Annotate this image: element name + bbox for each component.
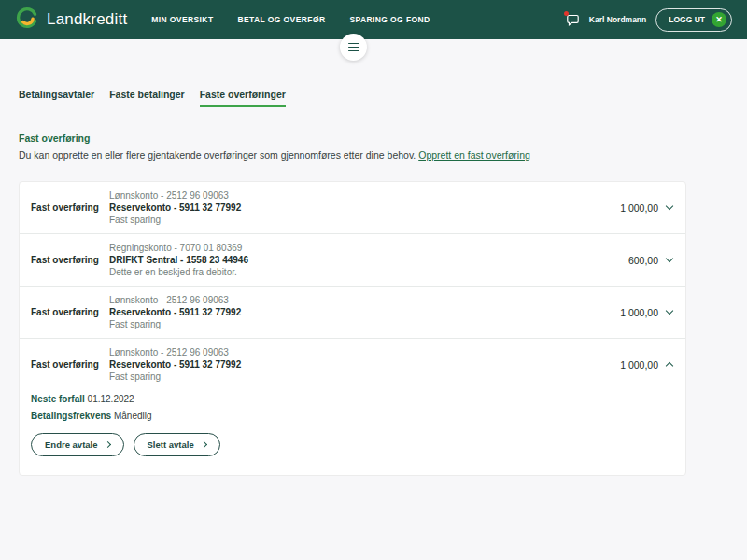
tab-betalingsavtaler[interactable]: Betalingsavtaler [19,89,94,107]
transfer-amount: 1 000,00 [620,203,658,214]
edit-agreement-button[interactable]: Endre avtale [31,433,124,456]
amount-wrap: 1 000,00 [620,203,672,214]
brand-name: Landkreditt [47,10,127,29]
next-due-line: Neste forfall 01.12.2022 [31,394,672,404]
from-account: Lønnskonto - 2512 96 09063 [109,189,620,202]
page: Landkreditt MIN OVERSIKT BETAL OG OVERFØ… [0,0,747,560]
logout-x-icon: ✕ [712,12,726,27]
amount-wrap: 1 000,00 [620,307,672,318]
chevron-toggle-icon[interactable] [666,307,673,315]
to-account: Reservekonto - 5911 32 77992 [109,306,620,318]
chevron-toggle-icon[interactable] [666,255,673,262]
next-due-label: Neste forfall [31,394,85,404]
section-title: Fast overføring [19,133,728,144]
expanded-details: Neste forfall 01.12.2022 Betalingsfrekve… [20,390,685,475]
notification-badge [564,11,569,16]
transfer-row-toggle[interactable]: Fast overføring Lønnskonto - 2512 96 090… [20,287,685,338]
main-content: Betalingsavtaler Faste betalinger Faste … [0,89,747,476]
tab-faste-overforinger[interactable]: Faste overføringer [200,89,286,107]
transfer-message: Dette er en beskjed fra debitor. [109,266,628,278]
main-nav: MIN OVERSIKT BETAL OG OVERFØR SPARING OG… [151,15,430,24]
transfer-message: Fast sparing [109,214,620,226]
chevron-toggle-icon[interactable] [666,203,673,210]
user-name[interactable]: Karl Nordmann [589,15,646,24]
from-account: Lønnskonto - 2512 96 09063 [109,294,620,306]
logout-button[interactable]: LOGG UT ✕ [655,8,732,32]
transfer-type-label: Fast overføring [31,359,100,370]
amount-wrap: 600,00 [628,255,672,266]
transfer-message: Fast sparing [109,318,620,330]
nav-item-betal-og-overfor[interactable]: BETAL OG OVERFØR [238,15,326,24]
to-account: Reservekonto - 5911 32 77992 [109,202,620,214]
app-header: Landkreditt MIN OVERSIKT BETAL OG OVERFØ… [0,0,747,39]
row-actions: Endre avtale Slett avtale [31,433,672,456]
hamburger-icon [348,43,359,45]
transfer-amount: 600,00 [628,255,658,266]
transfer-details: Lønnskonto - 2512 96 09063 Reservekonto … [109,294,620,330]
transfer-details: Lønnskonto - 2512 96 09063 Reservekonto … [109,346,620,383]
to-account: DRIFKT Sentral - 1558 23 44946 [109,254,628,266]
tab-faste-betalinger[interactable]: Faste betalinger [109,89,185,107]
frequency-line: Betalingsfrekvens Månedlig [31,411,672,421]
tab-bar: Betalingsavtaler Faste betalinger Faste … [19,89,728,107]
transfer-row-toggle[interactable]: Fast overføring Regningskonto - 7070 01 … [20,234,685,286]
header-right: Karl Nordmann LOGG UT ✕ [566,8,732,32]
from-account: Regningskonto - 7070 01 80369 [109,242,628,254]
description-text: Du kan opprette en eller flere gjentaken… [19,149,416,161]
logout-label: LOGG UT [669,15,705,24]
next-due-value: 01.12.2022 [88,394,134,404]
create-transfer-link[interactable]: Opprett en fast overføring [418,149,530,161]
transfer-row-toggle[interactable]: Fast overføring Lønnskonto - 2512 96 090… [20,339,685,390]
from-account: Lønnskonto - 2512 96 09063 [109,346,620,358]
notification-icon[interactable] [566,13,580,27]
transfer-message: Fast sparing [109,371,620,383]
delete-agreement-button[interactable]: Slett avtale [134,433,220,456]
landkreditt-logo-icon [15,6,39,34]
chevron-right-icon [104,441,110,448]
transfer-details: Lønnskonto - 2512 96 09063 Reservekonto … [109,189,620,226]
transfer-type-label: Fast overføring [31,255,100,265]
frequency-value: Månedlig [114,411,152,421]
menu-toggle-button[interactable] [340,34,367,61]
transfer-row: Fast overføring Lønnskonto - 2512 96 090… [20,287,685,339]
transfer-amount: 1 000,00 [620,307,658,318]
transfer-list: Fast overføring Lønnskonto - 2512 96 090… [19,181,686,476]
nav-item-min-oversikt[interactable]: MIN OVERSIKT [151,15,213,24]
transfer-row: Fast overføring Regningskonto - 7070 01 … [20,234,685,287]
transfer-details: Regningskonto - 7070 01 80369 DRIFKT Sen… [109,242,628,278]
transfer-row: Fast overføring Lønnskonto - 2512 96 090… [20,182,685,234]
brand[interactable]: Landkreditt [15,6,127,34]
amount-wrap: 1 000,00 [620,359,672,371]
to-account: Reservekonto - 5911 32 77992 [109,358,620,371]
transfer-type-label: Fast overføring [31,307,100,317]
chevron-toggle-icon[interactable] [666,362,673,370]
frequency-label: Betalingsfrekvens [31,411,111,421]
chevron-right-icon [201,441,207,448]
section-description: Du kan opprette en eller flere gjentaken… [19,149,728,161]
transfer-type-label: Fast overføring [31,203,100,213]
transfer-row-toggle[interactable]: Fast overføring Lønnskonto - 2512 96 090… [20,182,685,233]
transfer-amount: 1 000,00 [620,359,658,371]
nav-item-sparing-og-fond[interactable]: SPARING OG FOND [349,15,430,24]
transfer-row: Fast overføring Lønnskonto - 2512 96 090… [20,339,685,475]
